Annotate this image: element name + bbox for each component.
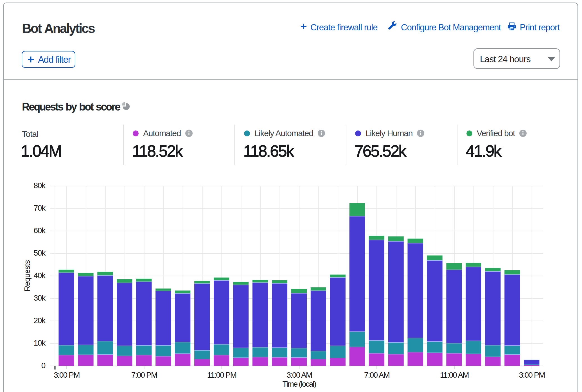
svg-text:60k: 60k — [33, 226, 46, 235]
svg-text:20k: 20k — [33, 316, 46, 325]
svg-text:Time (local): Time (local) — [283, 380, 316, 388]
svg-text:11:00 AM: 11:00 AM — [440, 371, 469, 379]
svg-text:10k: 10k — [33, 339, 46, 347]
svg-text:3:00 PM: 3:00 PM — [54, 371, 80, 379]
svg-text:3:00 AM: 3:00 AM — [287, 371, 312, 379]
svg-text:11:00 PM: 11:00 PM — [207, 371, 236, 379]
svg-text:50k: 50k — [33, 249, 46, 257]
svg-text:0: 0 — [41, 361, 46, 370]
svg-text:7:00 AM: 7:00 AM — [364, 371, 390, 379]
svg-text:3:00 PM: 3:00 PM — [519, 371, 545, 379]
svg-text:7:00 PM: 7:00 PM — [131, 371, 157, 379]
svg-text:30k: 30k — [33, 294, 46, 302]
svg-text:80k: 80k — [33, 181, 46, 190]
svg-text:70k: 70k — [33, 204, 46, 212]
svg-text:40k: 40k — [33, 271, 46, 280]
svg-text:Requests: Requests — [23, 260, 31, 291]
